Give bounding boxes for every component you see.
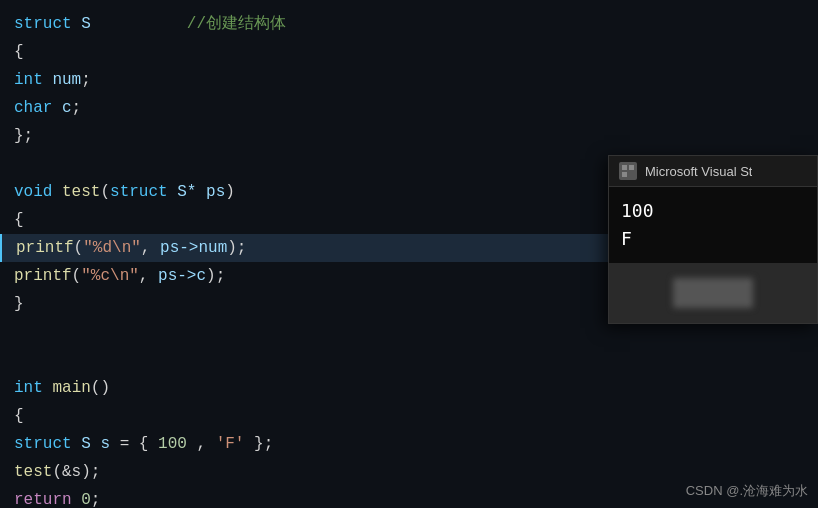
- token: void: [14, 183, 52, 201]
- token: ,: [139, 267, 158, 285]
- svg-rect-2: [622, 172, 627, 177]
- token: printf: [16, 239, 74, 257]
- token: 0: [81, 491, 91, 508]
- token: [43, 379, 53, 397]
- code-line-open-brace-3: {: [0, 402, 818, 430]
- token: ,: [141, 239, 160, 257]
- token: struct: [110, 183, 168, 201]
- code-line-close-brace-1: };: [0, 122, 818, 150]
- code-editor: struct S //创建结构体{int num;char c;}; void …: [0, 0, 818, 508]
- token: struct: [14, 435, 72, 453]
- token: };: [14, 127, 33, 145]
- svg-rect-3: [629, 172, 634, 177]
- token: "%d\n": [83, 239, 141, 257]
- token: S: [168, 183, 187, 201]
- token: ,: [187, 435, 216, 453]
- token: test: [62, 183, 100, 201]
- token: S: [72, 15, 91, 33]
- token: (: [100, 183, 110, 201]
- token: //创建结构体: [187, 15, 286, 33]
- token: main: [52, 379, 90, 397]
- vs-icon: [619, 162, 637, 180]
- token: int: [14, 71, 43, 89]
- code-line-struct-s: struct S s = { 100 , 'F' };: [0, 430, 818, 458]
- token: ;: [72, 99, 82, 117]
- token: ;: [81, 71, 91, 89]
- token: (&s): [52, 463, 90, 481]
- code-line-int-main: int main(): [0, 374, 818, 402]
- token: num: [43, 71, 81, 89]
- token: "%c\n": [81, 267, 139, 285]
- vs-blurred-area: [609, 263, 817, 323]
- token: return: [14, 491, 72, 508]
- token: 'F': [216, 435, 245, 453]
- vs-output: 100 F: [609, 187, 817, 263]
- token: ;: [91, 491, 101, 508]
- token: 100: [158, 435, 187, 453]
- token: test: [14, 463, 52, 481]
- svg-rect-1: [629, 165, 634, 170]
- token: (: [74, 239, 84, 257]
- token: printf: [14, 267, 72, 285]
- watermark: CSDN @.沧海难为水: [686, 482, 808, 500]
- code-line-int-num: int num;: [0, 66, 818, 94]
- token: c: [52, 99, 71, 117]
- code-line-struct-decl: struct S //创建结构体: [0, 10, 818, 38]
- token: );: [227, 239, 246, 257]
- token: S s: [72, 435, 120, 453]
- vs-console-overlay: Microsoft Visual St 100 F: [608, 155, 818, 324]
- token: * ps: [187, 183, 225, 201]
- token: ps->num: [160, 239, 227, 257]
- token: = {: [120, 435, 158, 453]
- vs-output-line-2: F: [621, 225, 805, 253]
- token: ): [225, 183, 235, 201]
- token: char: [14, 99, 52, 117]
- blur-block: [673, 278, 753, 308]
- token: int: [14, 379, 43, 397]
- svg-rect-0: [622, 165, 627, 170]
- token: {: [14, 43, 24, 61]
- code-line-empty-3: [0, 346, 818, 374]
- vs-title: Microsoft Visual St: [645, 164, 752, 179]
- code-line-char-c: char c;: [0, 94, 818, 122]
- code-line-open-brace-1: {: [0, 38, 818, 66]
- token: {: [14, 407, 24, 425]
- token: [91, 15, 187, 33]
- vs-output-line-1: 100: [621, 197, 805, 225]
- token: [72, 491, 82, 508]
- token: [52, 183, 62, 201]
- token: );: [206, 267, 225, 285]
- vs-titlebar: Microsoft Visual St: [609, 156, 817, 187]
- token: {: [14, 211, 24, 229]
- token: ;: [91, 463, 101, 481]
- token: };: [244, 435, 273, 453]
- token: struct: [14, 15, 72, 33]
- token: (: [72, 267, 82, 285]
- token: ps->c: [158, 267, 206, 285]
- token: (): [91, 379, 110, 397]
- token: }: [14, 295, 24, 313]
